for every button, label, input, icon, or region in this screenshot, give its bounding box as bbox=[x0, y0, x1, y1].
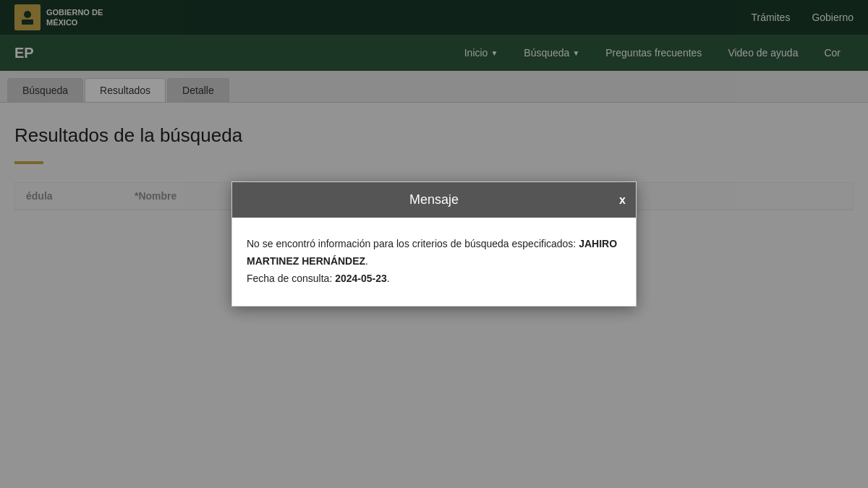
modal-header: Mensaje x bbox=[232, 182, 636, 218]
modal-message: No se encontró información para los crit… bbox=[247, 236, 621, 287]
modal-body: No se encontró información para los crit… bbox=[232, 218, 636, 305]
modal-close-button[interactable]: x bbox=[619, 194, 626, 207]
modal: Mensaje x No se encontró información par… bbox=[231, 181, 637, 306]
modal-title: Mensaje bbox=[409, 192, 459, 207]
modal-text-part2: Fecha de consulta: bbox=[247, 273, 335, 284]
modal-overlay: Mensaje x No se encontró información par… bbox=[0, 0, 868, 488]
modal-text-part1: No se encontró información para los crit… bbox=[247, 238, 579, 249]
modal-consult-date: 2024-05-23 bbox=[335, 273, 387, 284]
